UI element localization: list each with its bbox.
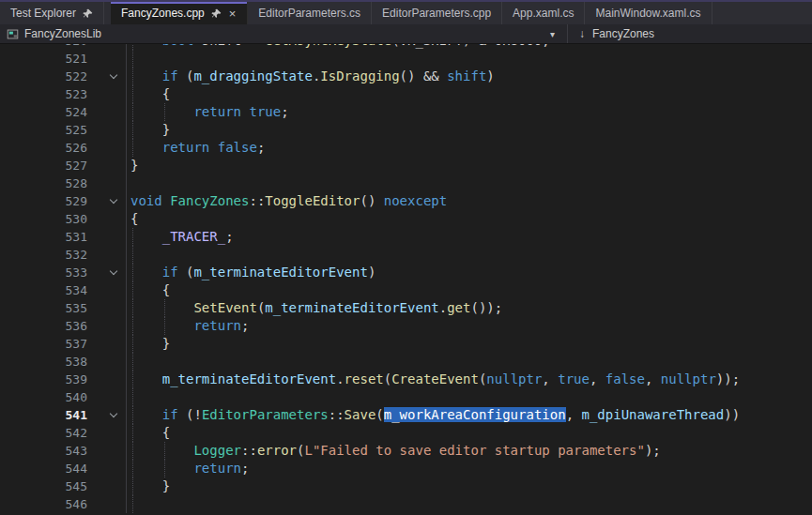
code-line-content[interactable]: } (126, 157, 812, 174)
code-token: ( (178, 265, 194, 280)
line-number: 522 (0, 68, 101, 85)
tab-fancyzones-cpp[interactable]: FancyZones.cpp× (111, 2, 248, 24)
tab-editorparameters-cs[interactable]: EditorParameters.cs (248, 2, 372, 24)
indent-guide (132, 477, 133, 495)
code-token: FancyZones (170, 193, 249, 208)
code-token: { (130, 425, 170, 440)
code-token: GetAsyncKeyState (265, 44, 391, 48)
code-token: ; (241, 461, 249, 476)
code-line: 522 if (m_draggingState.IsDragging() && … (0, 68, 812, 85)
close-icon[interactable]: × (228, 8, 237, 20)
project-dropdown[interactable]: FancyZonesLib ▾ (0, 24, 568, 43)
pin-icon[interactable] (83, 8, 93, 19)
code-token: { (130, 86, 170, 101)
fold-chevron-icon[interactable] (101, 406, 126, 424)
code-line-content[interactable] (126, 174, 812, 192)
code-token: m_terminateEditorEvent (162, 371, 336, 386)
fold-chevron-icon[interactable] (101, 68, 126, 85)
code-token: nullptr (661, 371, 716, 386)
code-line-content[interactable]: } (126, 477, 812, 495)
code-token (130, 229, 162, 244)
code-token: void (130, 193, 162, 208)
indent-guide (132, 121, 133, 139)
code-token: shift (447, 68, 486, 83)
tab-editorparameters-cpp[interactable]: EditorParameters.cpp (372, 2, 502, 24)
code-line-content[interactable]: { (126, 424, 812, 442)
project-icon (7, 28, 19, 40)
code-token: , (590, 371, 605, 386)
code-line-content[interactable]: { (126, 210, 812, 228)
code-token: { (130, 211, 138, 226)
chevron-down-icon: ▾ (550, 29, 560, 39)
code-line: 521 (0, 50, 812, 68)
code-line-content[interactable]: return true; (126, 103, 812, 121)
fold-margin (101, 246, 126, 264)
navigation-bar: FancyZonesLib ▾ ↓ FancyZones (0, 24, 812, 44)
code-line: 538 (0, 353, 812, 371)
code-token: ( (384, 371, 391, 386)
fold-chevron-icon[interactable] (101, 264, 126, 281)
code-line-content[interactable]: return false; (126, 139, 812, 157)
line-number: 523 (0, 85, 101, 103)
code-line: 539 m_terminateEditorEvent.reset(CreateE… (0, 371, 812, 388)
code-line-content[interactable]: { (126, 281, 812, 299)
code-token: bool (162, 44, 194, 48)
down-arrow-icon: ↓ (579, 27, 585, 40)
code-token (162, 193, 170, 208)
code-line-content[interactable] (126, 388, 812, 406)
indent-guide (132, 460, 133, 477)
line-number: 536 (0, 317, 101, 335)
code-line: 546 (0, 495, 812, 513)
member-dropdown[interactable]: ↓ FancyZones (568, 24, 812, 43)
code-line: 527} (0, 157, 812, 174)
code-line-content[interactable]: { (126, 85, 812, 103)
code-token: ; (241, 318, 249, 333)
code-line-content[interactable]: m_terminateEditorEvent.reset(CreateEvent… (126, 371, 812, 388)
code-token: , (542, 371, 558, 386)
vs-window: Test Explorer FancyZones.cpp×EditorParam… (0, 0, 812, 515)
fold-margin (101, 388, 126, 406)
pin-icon[interactable] (211, 8, 222, 19)
tab-mainwindow-xaml-cs[interactable]: MainWindow.xaml.cs (585, 2, 712, 24)
code-line: 542 { (0, 424, 812, 442)
code-token: () && (400, 68, 448, 83)
code-token: m_terminateEditorEvent (193, 265, 367, 280)
code-line-content[interactable]: } (126, 121, 812, 139)
code-token: )) (724, 407, 740, 422)
line-number: 527 (0, 157, 101, 174)
code-token: (! (178, 407, 202, 422)
code-line: 541 if (!EditorParameters::Save(m_workAr… (0, 406, 812, 424)
code-token: if (162, 265, 178, 280)
code-line-content[interactable] (126, 246, 812, 264)
code-editor[interactable]: 520 bool shift = GetAsyncKeyState(VK_SHI… (0, 44, 812, 515)
code-line-content[interactable]: if (!EditorParameters::Save(m_workAreaCo… (126, 406, 812, 424)
fold-chevron-icon[interactable] (101, 192, 126, 210)
code-line-content[interactable]: void FancyZones::ToggleEditor() noexcept (126, 192, 812, 210)
code-line-content[interactable] (126, 495, 812, 513)
code-line-content[interactable]: Logger::error(L"Failed to save editor st… (126, 442, 812, 460)
code-line-content[interactable]: } (126, 335, 812, 353)
code-line-content[interactable] (126, 50, 812, 68)
code-token: ) (486, 68, 494, 83)
code-line: 530{ (0, 210, 812, 228)
tab-app-xaml-cs[interactable]: App.xaml.cs (502, 2, 585, 24)
code-line-content[interactable]: if (m_terminateEditorEvent) (126, 264, 812, 281)
code-line-content[interactable]: return; (126, 317, 812, 335)
indent-guide (132, 264, 133, 281)
code-line-content[interactable]: return; (126, 460, 812, 477)
code-line-content[interactable]: if (m_draggingState.IsDragging() && shif… (126, 68, 812, 85)
indent-guide (132, 139, 133, 157)
code-token: EditorParameters (202, 407, 329, 422)
fold-margin (101, 103, 126, 121)
tab-test-explorer[interactable]: Test Explorer (0, 2, 104, 24)
line-number: 524 (0, 103, 101, 121)
line-number: 529 (0, 192, 101, 210)
code-token: true (249, 104, 281, 119)
code-line-content[interactable] (126, 353, 812, 371)
code-token: CreateEvent (391, 371, 479, 386)
tab-label: Test Explorer (10, 7, 76, 20)
code-line-content[interactable]: _TRACER_; (126, 228, 812, 246)
code-line-content[interactable]: SetEvent(m_terminateEditorEvent.get()); (126, 299, 812, 317)
code-line: 524 return true; (0, 103, 812, 121)
code-line: 533 if (m_terminateEditorEvent) (0, 264, 812, 281)
